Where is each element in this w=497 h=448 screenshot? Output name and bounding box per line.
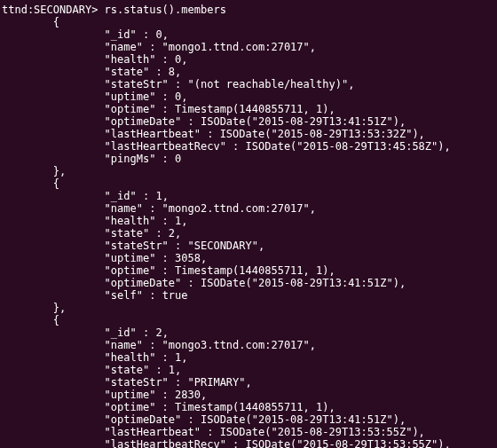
field-lasthb: "lastHeartbeat" : ISODate("2015-08-29T13… [105, 128, 419, 140]
field-statestr: "stateStr" : "SECONDARY" [105, 240, 258, 252]
field-uptime: "uptime" : 3058 [105, 252, 201, 264]
field-optimedate: "optimeDate" : ISODate("2015-08-29T13:41… [105, 413, 399, 426]
field-name: "name" : "mongo1.ttnd.com:27017" [105, 41, 310, 53]
field-name: "name" : "mongo3.ttnd.com:27017" [105, 339, 310, 351]
field-lasthbrecv: "lastHeartbeatRecv" : ISODate("2015-08-2… [105, 438, 445, 448]
field-health: "health" : 0 [105, 53, 182, 66]
field-lasthbrecv: "lastHeartbeatRecv" : ISODate("2015-08-2… [105, 140, 445, 153]
field-id: "_id" : 0 [105, 28, 162, 41]
field-optime: "optime" : Timestamp(1440855711, 1) [105, 264, 329, 277]
field-optimedate: "optimeDate" : ISODate("2015-08-29T13:41… [105, 277, 399, 289]
field-optime: "optime" : Timestamp(1440855711, 1) [105, 401, 329, 413]
field-state: "state" : 2 [105, 227, 175, 240]
field-state: "state" : 1 [105, 364, 175, 376]
field-health: "health" : 1 [105, 351, 182, 364]
field-state: "state" : 8 [105, 66, 175, 78]
field-lasthb: "lastHeartbeat" : ISODate("2015-08-29T13… [105, 426, 419, 438]
field-name: "name" : "mongo2.ttnd.com:27017" [105, 202, 310, 215]
terminal-output[interactable]: ttnd:SECONDARY> rs.status().members { "_… [0, 0, 497, 448]
field-id: "_id" : 1 [105, 190, 162, 202]
field-health: "health" : 1 [105, 215, 182, 227]
field-statestr: "stateStr" : "PRIMARY" [105, 376, 246, 389]
field-optime: "optime" : Timestamp(1440855711, 1) [105, 103, 329, 115]
field-uptime: "uptime" : 0 [105, 90, 182, 103]
field-pingms: "pingMs" : 0 [105, 153, 182, 165]
field-id: "_id" : 2 [105, 326, 162, 339]
field-statestr: "stateStr" : "(not reachable/healthy)" [105, 78, 349, 90]
field-self: "self" : true [105, 289, 188, 302]
field-uptime: "uptime" : 2830 [105, 389, 201, 401]
prompt-line: ttnd:SECONDARY> rs.status().members [2, 4, 226, 16]
field-optimedate: "optimeDate" : ISODate("2015-08-29T13:41… [105, 115, 399, 128]
